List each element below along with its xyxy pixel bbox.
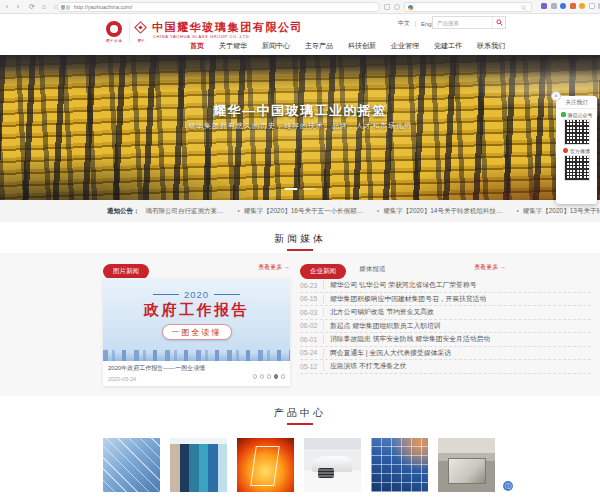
news-list-item[interactable]: 05-24 两会直通车 | 全国人大代表接受媒体采访: [300, 347, 591, 361]
slider-dash[interactable]: [303, 188, 316, 191]
news-list-item[interactable]: 06-15 耀华集团积极响应中国建材集团号召，开展扶贫活动: [300, 293, 591, 307]
news-date: 06-23: [300, 282, 323, 289]
skyline-graphic: [103, 350, 290, 361]
chat-widget-icon[interactable]: ⓘ: [503, 481, 513, 491]
news-title[interactable]: 两会直通车 | 全国人大代表接受媒体采访: [323, 348, 451, 358]
hero-slider-indicators: [285, 188, 316, 191]
table-icon[interactable]: [589, 3, 595, 9]
slider-dash-active[interactable]: [285, 188, 298, 191]
yaohua-emblem-icon: [134, 21, 147, 34]
reload-icon[interactable]: ⟳: [27, 1, 37, 12]
product-auto-glass-image[interactable]: [304, 438, 361, 492]
hero-banner[interactable]: 耀华—中国玻璃工业的摇篮 耀华集团拥有悠久的历史，雄厚的技术、品牌，人才和市场优…: [0, 55, 600, 200]
news-date: 06-03: [300, 309, 323, 316]
nav-innovation[interactable]: 科技创新: [348, 41, 376, 51]
carousel-dots: [253, 374, 286, 379]
news-title[interactable]: 应急演练 不打无准备之仗: [323, 361, 407, 371]
decor-line: [153, 294, 179, 295]
news-list-item[interactable]: 06-01 消除事故隐患 筑牢安全防线 耀华集团安全月活动启动: [300, 333, 591, 347]
nav-home[interactable]: 首页: [190, 41, 204, 51]
news-date: 05-12: [300, 363, 323, 370]
browser-toolbar: ‹ › ⟳ ⌂ ☆ http://yaohuachina.com/ v: [0, 0, 600, 14]
home-icon[interactable]: ⌂: [39, 1, 49, 12]
add-icon[interactable]: [394, 4, 400, 10]
url-bar[interactable]: http://yaohuachina.com/: [57, 2, 380, 12]
news-date: 06-02: [300, 322, 323, 329]
extension-icon[interactable]: [551, 3, 557, 9]
nav-products[interactable]: 主导产品: [305, 41, 333, 51]
title-underline: [287, 249, 313, 251]
extension-icon[interactable]: [579, 3, 585, 9]
company-name-cn: 中国耀华玻璃集团有限公司: [152, 20, 303, 35]
product-search-input[interactable]: [433, 17, 492, 28]
news-date: 05-24: [300, 349, 323, 356]
close-icon[interactable]: ×: [551, 91, 561, 101]
extension-icon[interactable]: [541, 3, 547, 9]
card-year-row: 2020: [103, 289, 290, 300]
product-solar-glass-image[interactable]: [371, 438, 428, 492]
company-name-en: CHINA YAOHUA GLASS GROUP CO.,LTD.: [153, 34, 251, 39]
tab-corp-news[interactable]: 企业新闻: [300, 264, 346, 279]
tab-media-report[interactable]: 媒体报道: [359, 265, 385, 274]
nav-news[interactable]: 新闻中心: [262, 41, 290, 51]
news-list-item[interactable]: 06-03 北方公司锅炉改造 节约资金又高效: [300, 306, 591, 320]
notice-link[interactable]: 耀集字【2020】16号关于五一小长假期…: [238, 207, 363, 216]
news-title[interactable]: 新起点 耀华集团组织新员工入职培训: [323, 321, 441, 331]
extension-icon[interactable]: [560, 3, 566, 9]
nav-contact[interactable]: 联系我们: [477, 41, 505, 51]
products-row: [103, 438, 495, 492]
site-header: 耀华玻璃 耀华 中国耀华玻璃集团有限公司 CHINA YAOHUA GLASS …: [0, 14, 600, 55]
nav-management[interactable]: 企业管理: [391, 41, 419, 51]
product-search-button[interactable]: [492, 17, 505, 28]
weibo-label: 官方微博: [570, 148, 590, 154]
extension-icon[interactable]: [570, 3, 576, 9]
news-title[interactable]: 耀华公司 弘华公司 荣获河北省绿色工厂荣誉称号: [323, 280, 477, 290]
news-list: 06-23 耀华公司 弘华公司 荣获河北省绿色工厂荣誉称号 06-15 耀华集团…: [300, 279, 591, 374]
search-icon: [496, 19, 503, 26]
weibo-qr-code: [564, 155, 590, 181]
forward-icon[interactable]: ›: [13, 1, 23, 12]
carousel-dot[interactable]: [260, 374, 265, 379]
product-building-glass-image[interactable]: [103, 438, 160, 492]
back-icon[interactable]: ‹: [2, 1, 12, 12]
news-title[interactable]: 消除事故隐患 筑牢安全防线 耀华集团安全月活动启动: [323, 334, 490, 344]
news-title[interactable]: 北方公司锅炉改造 节约资金又高效: [323, 307, 434, 317]
carousel-dot[interactable]: [253, 374, 258, 379]
follow-widget: × 关注我们 微信公众号 官方微博: [556, 96, 597, 204]
caption-title[interactable]: 2020年政府工作报告——一图全读懂: [108, 364, 285, 373]
grid-icon[interactable]: [384, 4, 390, 10]
corp-news-more-link[interactable]: 查看更多 →: [474, 263, 506, 272]
carousel-dot[interactable]: [281, 374, 286, 379]
url-text[interactable]: http://yaohuachina.com/: [74, 4, 132, 10]
page: ‹ › ⟳ ⌂ ☆ http://yaohuachina.com/ v: [0, 0, 600, 499]
carousel-dot[interactable]: [267, 374, 272, 379]
notice-bar: 通知公告： 璃有限公司自行监测方案… 耀集字【2020】16号关于五一小长假期……: [0, 200, 600, 222]
corp-news-tab-row: 企业新闻 媒体报道 查看更多 →: [300, 259, 506, 273]
news-list-item[interactable]: 06-02 新起点 耀华集团组织新员工入职培训: [300, 320, 591, 334]
decor-line: [214, 294, 240, 295]
search-icon[interactable]: [521, 5, 527, 11]
site-security-icon: [61, 5, 65, 10]
news-list-item[interactable]: 06-23 耀华公司 弘华公司 荣获河北省绿色工厂荣誉称号: [300, 279, 591, 293]
ring-logo-label: 耀华玻璃: [102, 39, 126, 43]
products-section-title: 产品中心: [0, 396, 600, 420]
product-search: [432, 16, 506, 29]
product-appliance-glass-image[interactable]: [438, 438, 495, 492]
product-fireproof-glass-image[interactable]: [237, 438, 294, 492]
nav-about[interactable]: 关于耀华: [219, 41, 247, 51]
notice-link[interactable]: 璃有限公司自行监测方案…: [146, 207, 224, 216]
news-title[interactable]: 耀华集团积极响应中国建材集团号召，开展扶贫活动: [323, 294, 486, 304]
notice-link[interactable]: 耀集字【2020】14号关于转发机组科技…: [377, 207, 502, 216]
yaohua-ring-logo-icon[interactable]: [106, 21, 122, 37]
photo-news-card[interactable]: 2020 政府工作报告 一图全读懂 2020年政府工作报告——一图全读懂 202…: [103, 278, 290, 386]
carousel-dot-active[interactable]: [274, 374, 279, 379]
lang-zh-link[interactable]: 中文: [398, 19, 415, 28]
news-list-item[interactable]: 05-12 应急演练 不打无准备之仗: [300, 360, 591, 374]
nav-party[interactable]: 党建工作: [434, 41, 462, 51]
tab-photo-news[interactable]: 图片新闻: [103, 264, 149, 279]
news-section-title: 新闻媒体: [0, 222, 600, 246]
notice-link[interactable]: 耀集字【2020】13号关于转发机组科技…: [516, 207, 600, 216]
browser-search-box[interactable]: [404, 2, 532, 12]
photo-news-more-link[interactable]: 查看更多 →: [258, 263, 290, 272]
product-tinted-glass-image[interactable]: [170, 438, 227, 492]
